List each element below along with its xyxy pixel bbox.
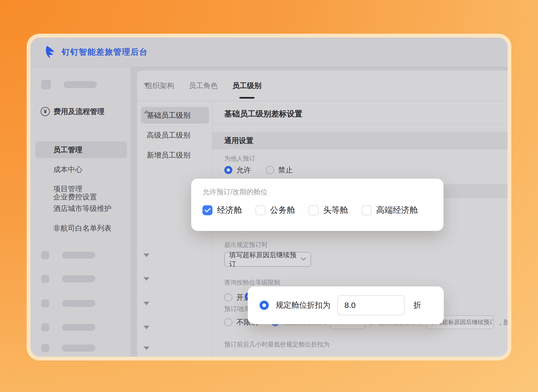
sidebar-skeleton-item[interactable] xyxy=(30,270,131,287)
checkbox-label: 高端经济舱 xyxy=(376,204,418,216)
sidebar-group-expense[interactable]: ¥ 费用及流程管理 xyxy=(30,103,131,120)
app-title: 钉钉智能差旅管理后台 xyxy=(62,47,148,58)
sidebar-skeleton-item[interactable] xyxy=(30,319,131,336)
checkbox-label: 头等舱 xyxy=(323,204,348,216)
tab-bar: 组织架构 员工角色 员工级别 xyxy=(137,71,508,101)
chevron-up-icon xyxy=(144,110,149,113)
skeleton-bar xyxy=(62,324,95,331)
book-for-others-label: 为他人预订 xyxy=(224,154,508,163)
radio-unlimited[interactable] xyxy=(224,318,232,326)
skeleton-bar xyxy=(62,300,95,307)
sidebar-item-label: 成本中心 xyxy=(53,165,82,174)
tab-employee-role[interactable]: 员工角色 xyxy=(189,71,218,101)
sidebar-item-hotel-city-level[interactable]: 酒店城市等级维护 xyxy=(30,200,131,217)
cabin-query-label: 查询按舱位等级限制 xyxy=(224,278,508,287)
book-for-others-options: 允许 禁止 xyxy=(224,165,293,175)
skeleton-bar xyxy=(62,345,95,352)
over-standard-label: 超出规定预订时 xyxy=(224,241,508,249)
chevron-down-icon xyxy=(144,302,149,305)
sidebar-item-airline-whitelist[interactable]: 非航司白名单列表 xyxy=(30,220,131,237)
popover-cabin-options: 经济舱 公务舱 头等舱 高端经济舱 xyxy=(202,204,435,216)
subnav-item-basic-level[interactable]: 基础员工级别 xyxy=(141,107,209,124)
over-standard-select[interactable]: 填写超标原因后继续预订 xyxy=(224,252,311,267)
checkbox-unchecked-icon[interactable] xyxy=(309,205,319,215)
sidebar-item-label: 员工管理 xyxy=(53,145,82,155)
sidebar-item-label: 项目管理 xyxy=(53,184,82,194)
popover-cabin-classes: 允许预订/改期的舱位 经济舱 公务舱 头等舱 高端经济舱 xyxy=(191,179,443,231)
subnav-item-label: 基础员工级别 xyxy=(147,110,190,120)
section-general-settings: 通用设置 xyxy=(212,132,508,149)
select-value: 填写超标原因后继续预订 xyxy=(229,251,297,268)
sidebar-item-cost-center[interactable]: 成本中心 xyxy=(30,161,131,178)
skeleton-square xyxy=(41,323,49,331)
popover-discount-rule: 规定舱位折扣为 8.0 折 xyxy=(248,286,444,324)
skeleton-square xyxy=(41,275,49,283)
divider xyxy=(212,123,508,124)
sidebar-skeleton-item[interactable] xyxy=(30,295,131,312)
sidebar-skeleton-item[interactable] xyxy=(30,76,131,93)
chevron-down-icon xyxy=(144,254,149,257)
skeleton-square xyxy=(41,344,49,352)
lowest-price-label: 预订前后几小时最低价规定舱位折扣为 xyxy=(224,340,508,349)
skeleton-square xyxy=(41,80,51,89)
checkbox-checked-icon[interactable] xyxy=(202,205,212,215)
chevron-down-icon xyxy=(144,277,149,281)
checkbox-item-first-class[interactable]: 头等舱 xyxy=(309,204,348,216)
radio-on[interactable] xyxy=(224,293,232,301)
app-header: 钉钉智能差旅管理后台 xyxy=(30,37,508,67)
sidebar-item-label: 酒店城市等级维护 xyxy=(53,204,111,213)
page-background: 钉钉智能差旅管理后台 ¥ 费用及流程管理 企 xyxy=(0,0,538,392)
radio-allow-label: 允许 xyxy=(236,165,251,175)
popover-cabin-label: 允许预订/改期的舱位 xyxy=(202,187,267,197)
radio-allow-selected[interactable] xyxy=(224,166,232,174)
subnav-item-label: 高级员工级别 xyxy=(147,130,190,140)
sidebar-skeleton-item[interactable] xyxy=(30,247,131,263)
subnav-item-label: 新增员工级别 xyxy=(147,150,190,160)
page-title: 基础员工级别差标设置 xyxy=(224,109,302,119)
tab-label: 员工角色 xyxy=(189,81,218,91)
discount-value-input[interactable]: 8.0 xyxy=(337,295,405,315)
tab-label: 组织架构 xyxy=(145,81,174,91)
sidebar: ¥ 费用及流程管理 企业费控设置 员工管理 成本中心 xyxy=(30,67,131,357)
radio-forbid-label: 禁止 xyxy=(278,165,293,175)
checkbox-label: 经济舱 xyxy=(217,204,242,216)
skeleton-bar xyxy=(62,252,95,259)
sidebar-item-employee-management[interactable]: 员工管理 xyxy=(30,141,131,158)
radio-forbid[interactable] xyxy=(266,166,274,174)
section-label: 通用设置 xyxy=(224,136,253,145)
subnav-item-senior-level[interactable]: 高级员工级别 xyxy=(141,127,209,144)
sidebar-item-project-management[interactable]: 项目管理 xyxy=(30,181,131,197)
chevron-down-icon xyxy=(144,326,149,329)
skeleton-bar xyxy=(62,275,95,282)
sidebar-group-label: 费用及流程管理 xyxy=(54,107,104,116)
checkbox-item-economy[interactable]: 经济舱 xyxy=(202,204,242,216)
tab-employee-level[interactable]: 员工级别 xyxy=(232,71,261,101)
yen-circle-icon: ¥ xyxy=(41,107,50,116)
sidebar-skeleton-item[interactable] xyxy=(30,340,131,356)
sidebar-item-label: 非航司白名单列表 xyxy=(53,223,111,233)
subnav-item-add-level[interactable]: 新增员工级别 xyxy=(141,147,209,164)
discount-input-value: 8.0 xyxy=(344,301,356,310)
tab-org-structure[interactable]: 组织架构 xyxy=(145,71,174,101)
checkbox-unchecked-icon[interactable] xyxy=(362,205,372,215)
popover-discount-unit: 折 xyxy=(413,300,421,311)
skeleton-square xyxy=(41,251,49,259)
radio-discount-selected[interactable] xyxy=(260,301,269,310)
dingtalk-logo-icon xyxy=(44,45,56,59)
chevron-down-icon xyxy=(297,257,306,262)
checkbox-item-premium-economy[interactable]: 高端经济舱 xyxy=(362,204,418,216)
chevron-down-icon xyxy=(144,346,149,350)
row-suffix-text: ，除 xyxy=(497,318,508,327)
tab-label: 员工级别 xyxy=(232,81,261,91)
checkbox-unchecked-icon[interactable] xyxy=(256,205,265,215)
skeleton-square xyxy=(41,299,49,307)
checkbox-label: 公务舱 xyxy=(270,204,295,216)
skeleton-bar xyxy=(64,81,97,88)
popover-discount-label: 规定舱位折扣为 xyxy=(276,300,330,311)
checkbox-item-business[interactable]: 公务舱 xyxy=(256,204,295,216)
